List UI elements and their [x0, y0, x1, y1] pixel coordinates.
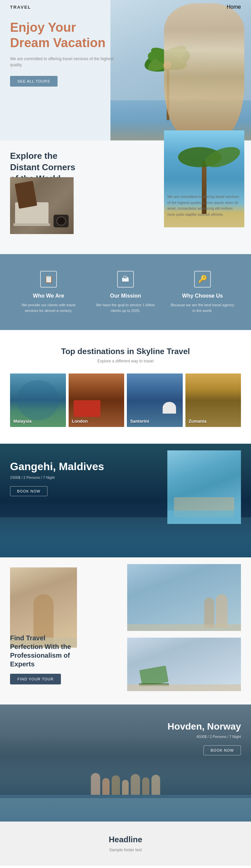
maldives-title: Gangehi, Maldives	[10, 460, 104, 473]
destinations-grid: Malaysia London Santorini Zumania	[10, 373, 241, 427]
person-6	[142, 777, 149, 795]
site-footer: Headline Sample footer text	[0, 822, 251, 866]
person-4	[122, 780, 129, 795]
info-title-2: Why Choose Us	[169, 293, 236, 299]
nav-home[interactable]: Home	[227, 4, 241, 10]
maldives-content: Gangehi, Maldives 2300$ / 2 Persons / 7 …	[10, 460, 104, 496]
norway-people-group	[91, 773, 160, 795]
maldives-resort-image	[167, 451, 241, 524]
main-nav: Home	[227, 4, 241, 10]
norway-section: Hovden, Norway 4500$ / 2 Persons / 7 Nig…	[0, 705, 251, 822]
person-1	[91, 773, 101, 795]
explore-section: Explore the Distant Corners of the World…	[0, 141, 251, 254]
destination-zumania-label: Zumania	[189, 418, 206, 424]
hero-title: Enjoy Your Dream Vacation	[10, 20, 117, 51]
perfection-image-right-bottom	[127, 638, 241, 691]
perfection-title: Find Travel Perfection With the Professi…	[10, 633, 77, 669]
person-2	[103, 778, 110, 795]
find-your-tour-button[interactable]: FIND YOUR TOUR	[10, 674, 61, 684]
hero-section: Enjoy Your Dream Vacation We are committ…	[0, 0, 251, 141]
maldives-section: Gangehi, Maldives 2300$ / 2 Persons / 7 …	[0, 444, 251, 557]
site-header: TRAVEL Home	[0, 0, 251, 14]
maldives-price: 2300$ / 2 Persons / 7 Night	[10, 475, 104, 479]
site-logo: TRAVEL	[10, 5, 31, 10]
destinations-title: Top destinations in Skyline Travel	[10, 347, 241, 356]
destinations-header: Top destinations in Skyline Travel Explo…	[10, 347, 241, 364]
info-item-choose-us: 🔑 Why Choose Us Because we are the best …	[169, 271, 236, 313]
perfection-content: Find Travel Perfection With the Professi…	[10, 633, 77, 684]
perfection-image-right-top	[127, 564, 241, 631]
maldives-book-button[interactable]: BOOK NOW	[10, 486, 48, 496]
footer-subtext: Sample footer text	[10, 847, 241, 852]
mountain-icon: 🏔	[117, 271, 134, 287]
info-desc-0: We provide our clients with travel servi…	[15, 302, 82, 313]
destination-santorini-label: Santorini	[130, 418, 149, 424]
info-item-who-we-are: 📋 Who We Are We provide our clients with…	[15, 271, 82, 313]
info-desc-1: We have the goal to service 1 billion cl…	[92, 302, 159, 313]
explore-items-image	[10, 177, 74, 234]
destination-malaysia[interactable]: Malaysia	[10, 373, 66, 427]
hero-woman-figure	[164, 3, 244, 137]
norway-title: Hovden, Norway	[168, 721, 241, 732]
destination-malaysia-label: Malaysia	[13, 418, 31, 424]
info-title-0: Who We Are	[15, 293, 82, 299]
destination-zumania[interactable]: Zumania	[186, 373, 241, 427]
destination-london-label: London	[72, 418, 88, 424]
footer-headline: Headline	[10, 835, 241, 844]
destinations-section: Top destinations in Skyline Travel Explo…	[0, 330, 251, 444]
key-icon: 🔑	[194, 271, 211, 287]
destination-santorini[interactable]: Santorini	[127, 373, 183, 427]
hero-subtitle: We are committed to offering travel serv…	[10, 56, 117, 68]
norway-content: Hovden, Norway 4500$ / 2 Persons / 7 Nig…	[168, 721, 241, 755]
info-title-1: Our Mission	[92, 293, 159, 299]
info-item-mission: 🏔 Our Mission We have the goal to servic…	[92, 271, 159, 313]
info-banner-section: 📋 Who We Are We provide our clients with…	[0, 254, 251, 330]
person-5	[131, 774, 140, 795]
norway-price: 4500$ / 2 Persons / 7 Night	[168, 735, 241, 739]
norway-water	[0, 795, 251, 822]
person-3	[112, 775, 120, 795]
info-desc-2: Because we are the best travel agency in…	[169, 302, 236, 313]
destination-london[interactable]: London	[68, 373, 124, 427]
person-7	[151, 775, 160, 795]
clipboard-icon: 📋	[40, 271, 57, 287]
see-all-tours-button[interactable]: SEE ALL TOURS	[10, 76, 58, 87]
travel-perfection-section: Find Travel Perfection With the Professi…	[0, 557, 251, 705]
hero-background	[110, 0, 251, 141]
explore-body-text: We are committed to offering travel serv…	[167, 194, 241, 217]
hero-content: Enjoy Your Dream Vacation We are committ…	[10, 20, 117, 87]
destinations-subtitle: Explore a different way to travel	[10, 359, 241, 364]
norway-book-button[interactable]: BOOK NOW	[203, 745, 241, 755]
